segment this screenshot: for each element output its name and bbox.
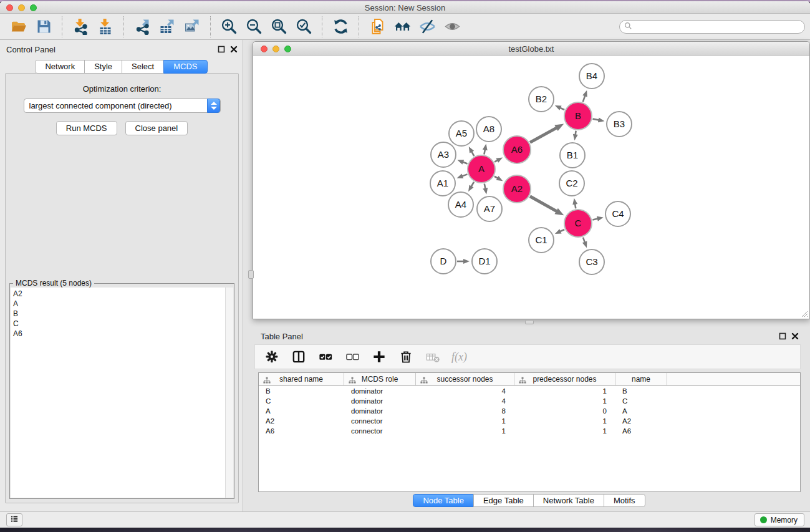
cell-successor-nodes[interactable]: 1 <box>416 426 514 436</box>
cell-shared-name[interactable]: C <box>259 396 344 406</box>
cell-mcds-role[interactable]: connector <box>344 416 416 426</box>
graph-node-A1[interactable]: A1 <box>430 171 455 196</box>
table-row[interactable]: A6connector11A6 <box>259 426 800 436</box>
vertical-splitter-handle[interactable] <box>248 270 254 279</box>
table-row[interactable]: Bdominator41B <box>259 386 800 396</box>
result-list-item[interactable]: A2 <box>13 289 233 299</box>
cell-successor-nodes[interactable]: 8 <box>416 406 514 416</box>
graph-node-C[interactable]: C <box>564 210 592 237</box>
table-row[interactable]: A2connector11A2 <box>259 416 800 426</box>
graph-node-C1[interactable]: C1 <box>529 228 554 253</box>
graph-node-B4[interactable]: B4 <box>579 64 604 89</box>
show-graphics-details-icon[interactable] <box>442 17 462 37</box>
float-panel-icon[interactable] <box>218 46 225 53</box>
mcds-result-list[interactable]: A2ABCA6 <box>11 288 233 498</box>
deselect-all-icon[interactable] <box>344 349 360 365</box>
memory-button[interactable]: Memory <box>755 513 804 526</box>
refresh-network-icon[interactable] <box>330 17 350 37</box>
run-mcds-button[interactable]: Run MCDS <box>56 121 117 135</box>
cell-successor-nodes[interactable]: 4 <box>416 386 514 396</box>
result-list-item[interactable]: A6 <box>13 329 233 339</box>
cell-name[interactable]: C <box>615 396 667 406</box>
hide-graphics-details-icon[interactable] <box>417 17 437 37</box>
zoom-selected-icon[interactable] <box>294 17 314 37</box>
zoom-fit-icon[interactable] <box>269 17 289 37</box>
float-table-panel-icon[interactable] <box>779 332 786 340</box>
graph-node-B3[interactable]: B3 <box>607 112 632 137</box>
cell-predecessor-nodes[interactable]: 1 <box>514 386 615 396</box>
cell-name[interactable]: A2 <box>615 416 667 426</box>
column-header-name[interactable]: name <box>615 373 667 386</box>
graph-node-D1[interactable]: D1 <box>472 249 497 274</box>
graph-node-A4[interactable]: A4 <box>448 192 473 217</box>
column-chooser-icon[interactable] <box>291 349 307 365</box>
result-list-item[interactable]: A <box>13 299 233 309</box>
network-canvas[interactable]: B4B2BB3A8A5A6A3B1AA1C2A2A4A7C4CC1DD1C3 <box>253 56 809 319</box>
horizontal-splitter-handle[interactable] <box>525 320 534 324</box>
cell-mcds-role[interactable]: dominator <box>344 386 416 396</box>
save-session-icon[interactable] <box>34 17 54 37</box>
search-input[interactable] <box>635 21 804 32</box>
column-header-successor-nodes[interactable]: successor nodes <box>416 373 514 386</box>
cell-predecessor-nodes[interactable]: 0 <box>514 406 615 416</box>
cell-shared-name[interactable]: A6 <box>259 426 344 436</box>
select-all-icon[interactable] <box>317 349 334 365</box>
export-image-icon[interactable] <box>182 17 202 37</box>
cell-mcds-role[interactable]: dominator <box>344 396 416 406</box>
graph-node-C3[interactable]: C3 <box>579 249 604 274</box>
column-header-shared-name[interactable]: shared name <box>259 373 344 386</box>
table-tab-network-table[interactable]: Network Table <box>533 494 604 507</box>
node-table[interactable]: shared nameMCDS rolesuccessor nodesprede… <box>258 372 801 492</box>
zoom-in-icon[interactable] <box>219 17 239 37</box>
cell-name[interactable]: A6 <box>615 426 667 436</box>
export-network-icon[interactable] <box>132 17 152 37</box>
graph-node-A7[interactable]: A7 <box>477 196 502 221</box>
edge-A6-B[interactable] <box>530 127 557 142</box>
cell-predecessor-nodes[interactable]: 1 <box>514 396 615 406</box>
graph-node-D[interactable]: D <box>431 249 456 274</box>
close-panel-button[interactable]: Close panel <box>125 121 188 135</box>
table-row[interactable]: Adominator80A <box>259 406 800 416</box>
close-table-panel-icon[interactable] <box>791 332 799 340</box>
search-field[interactable] <box>619 20 805 34</box>
graph-node-A6[interactable]: A6 <box>503 136 531 163</box>
import-network-icon[interactable] <box>70 17 90 37</box>
graph-node-A[interactable]: A <box>468 155 495 183</box>
column-header-predecessor-nodes[interactable]: predecessor nodes <box>514 373 615 386</box>
clone-network-icon[interactable] <box>367 17 387 37</box>
task-history-button[interactable] <box>6 513 22 526</box>
zoom-out-icon[interactable] <box>244 17 264 37</box>
add-column-icon[interactable] <box>371 349 387 365</box>
open-file-icon[interactable] <box>9 17 29 37</box>
preferred-layout-icon[interactable] <box>392 17 412 37</box>
tab-network[interactable]: Network <box>35 60 85 74</box>
graph-node-B2[interactable]: B2 <box>529 87 554 112</box>
export-table-icon[interactable] <box>157 17 177 37</box>
settings-icon[interactable] <box>264 349 280 365</box>
graph-node-A3[interactable]: A3 <box>431 142 456 167</box>
table-tab-node-table[interactable]: Node Table <box>413 494 474 507</box>
edge-A2-C[interactable] <box>530 196 557 212</box>
cell-name[interactable]: B <box>615 386 667 396</box>
cell-shared-name[interactable]: A2 <box>259 416 344 426</box>
cell-mcds-role[interactable]: connector <box>344 426 416 436</box>
graph-node-B1[interactable]: B1 <box>560 143 585 168</box>
graph-node-A5[interactable]: A5 <box>449 121 474 146</box>
result-scrollbar[interactable] <box>225 288 233 498</box>
criterion-select[interactable]: largest connected component (directed) <box>24 99 221 113</box>
cell-shared-name[interactable]: A <box>259 406 344 416</box>
close-panel-icon[interactable] <box>230 46 238 53</box>
table-tab-motifs[interactable]: Motifs <box>604 494 645 507</box>
graph-node-A2[interactable]: A2 <box>503 175 531 203</box>
cell-mcds-role[interactable]: dominator <box>344 406 416 416</box>
import-table-icon[interactable] <box>95 17 115 37</box>
graph-node-C4[interactable]: C4 <box>605 201 630 226</box>
cell-successor-nodes[interactable]: 4 <box>416 396 514 406</box>
tab-mcds[interactable]: MCDS <box>163 60 207 74</box>
delete-column-icon[interactable] <box>398 349 414 365</box>
resize-grip-icon[interactable] <box>800 309 808 317</box>
graph-node-A8[interactable]: A8 <box>476 117 501 142</box>
column-header-mcds-role[interactable]: MCDS role <box>344 373 416 386</box>
cell-predecessor-nodes[interactable]: 1 <box>514 416 615 426</box>
cell-predecessor-nodes[interactable]: 1 <box>514 426 615 436</box>
